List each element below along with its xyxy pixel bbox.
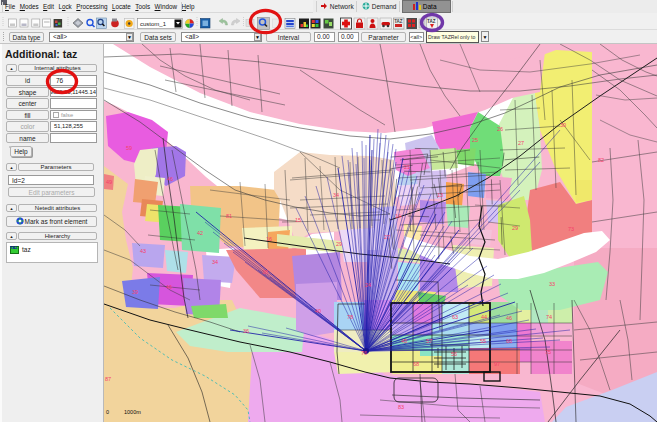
svg-text:24: 24	[365, 282, 371, 288]
svg-text:55: 55	[480, 338, 486, 344]
svg-text:97: 97	[494, 361, 500, 367]
svg-text:36: 36	[243, 328, 249, 334]
svg-text:27: 27	[384, 234, 390, 240]
svg-text:29: 29	[512, 225, 518, 231]
svg-text:38: 38	[262, 269, 268, 275]
svg-text:42: 42	[197, 230, 203, 236]
svg-text:34: 34	[212, 259, 218, 265]
svg-text:27: 27	[518, 140, 524, 146]
svg-text:29: 29	[336, 241, 342, 247]
svg-text:39: 39	[132, 289, 138, 295]
svg-text:33: 33	[549, 281, 555, 287]
svg-text:75: 75	[545, 349, 551, 355]
svg-text:21: 21	[404, 164, 410, 170]
svg-text:TAZ: TAZ	[394, 19, 403, 24]
svg-text:44: 44	[481, 314, 487, 320]
svg-text:1000m: 1000m	[124, 409, 141, 415]
svg-text:87: 87	[105, 376, 111, 382]
svg-text:34: 34	[333, 192, 339, 198]
svg-text:46: 46	[166, 284, 172, 290]
svg-text:0: 0	[106, 409, 109, 415]
svg-text:custom_1: custom_1	[140, 21, 167, 27]
svg-text:82: 82	[598, 157, 604, 163]
svg-text:16: 16	[266, 236, 272, 242]
svg-text:13: 13	[437, 192, 443, 198]
svg-text:73: 73	[568, 226, 574, 232]
svg-text:56: 56	[451, 351, 457, 357]
svg-text:63: 63	[452, 314, 458, 320]
svg-text:78: 78	[347, 314, 353, 320]
svg-text:74: 74	[546, 314, 552, 320]
svg-text:46: 46	[506, 315, 512, 321]
svg-text:83: 83	[398, 404, 404, 410]
svg-text:15: 15	[295, 217, 301, 223]
svg-text:76: 76	[361, 350, 367, 356]
svg-text:26: 26	[497, 126, 503, 132]
svg-text:68: 68	[413, 361, 419, 367]
svg-text:40: 40	[315, 308, 321, 314]
svg-text:TAZ: TAZ	[427, 19, 436, 24]
svg-text:49: 49	[106, 179, 112, 185]
svg-text:30: 30	[560, 122, 566, 128]
svg-text:46: 46	[167, 176, 173, 182]
svg-text:59: 59	[126, 145, 132, 151]
svg-text:25: 25	[472, 137, 478, 143]
svg-text:14: 14	[395, 213, 401, 219]
svg-text:45: 45	[401, 338, 407, 344]
svg-text:66: 66	[506, 338, 512, 344]
svg-text:57: 57	[426, 338, 432, 344]
svg-text:43: 43	[140, 248, 146, 254]
svg-text:81: 81	[226, 213, 232, 219]
